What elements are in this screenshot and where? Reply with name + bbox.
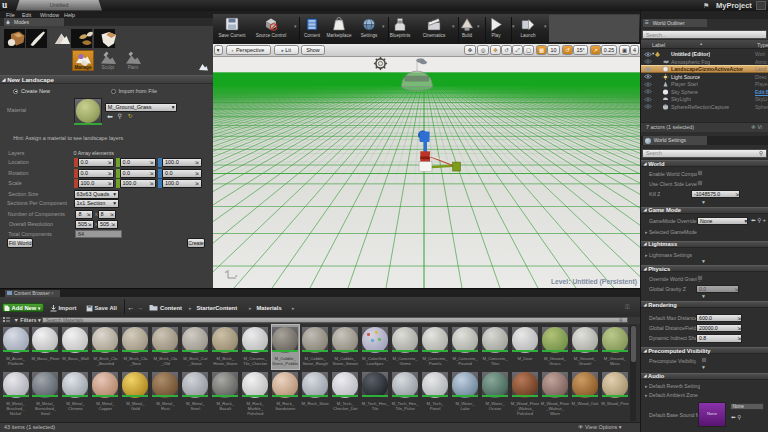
- svg-text:Level: Untitled (Persistent): Level: Untitled (Persistent): [551, 278, 637, 286]
- svg-text:z: z: [225, 269, 227, 274]
